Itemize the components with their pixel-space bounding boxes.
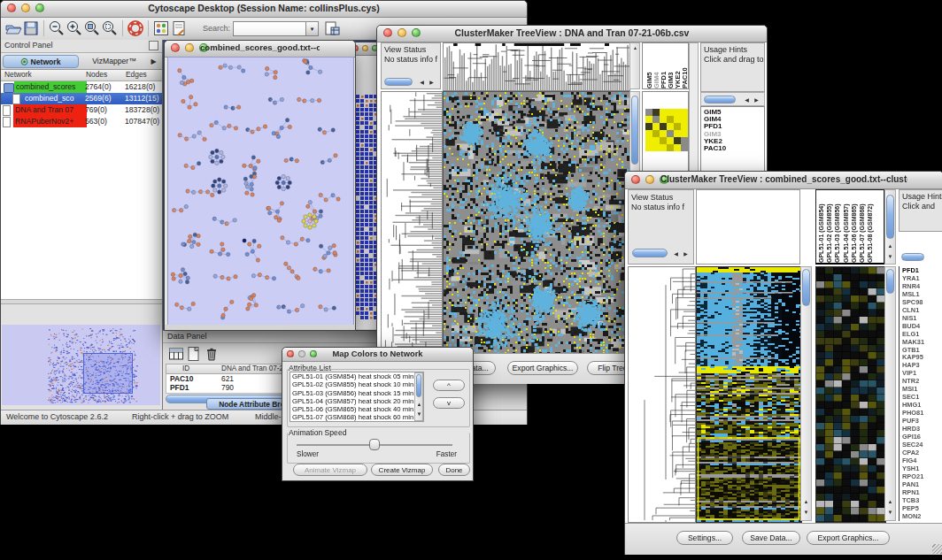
- dialog-titlebar[interactable]: Map Colors to Network: [282, 348, 473, 362]
- column-label-gpl51-07[interactable]: GPL51-07 (GSM868): [859, 190, 867, 263]
- resize-grip[interactable]: [932, 544, 942, 554]
- create-vizmap-button[interactable]: Create Vizmap: [371, 464, 433, 476]
- create-attribute-icon[interactable]: [185, 345, 203, 363]
- zoom-selected-icon[interactable]: [83, 19, 101, 37]
- treeview2-vscrollbar[interactable]: ▲ ▼: [800, 266, 812, 521]
- close-button[interactable]: [383, 28, 392, 37]
- column-label-gpl51-04[interactable]: GPL51-04 (GSM857): [843, 190, 851, 263]
- search-input[interactable]: [233, 21, 307, 36]
- column-label-pac10[interactable]: PAC10: [681, 43, 688, 88]
- tab-network[interactable]: ⦿ Network: [3, 55, 79, 68]
- panel-splitter[interactable]: [1, 299, 162, 304]
- column-label-gim3[interactable]: GIM3: [667, 43, 674, 88]
- tab-overflow-arrow[interactable]: ▶: [147, 55, 160, 68]
- settings-button[interactable]: Settings...: [676, 531, 733, 545]
- network-list-row[interactable]: combined_scores2764(0)16218(0): [1, 81, 162, 93]
- treeview2-right-vscrollbar[interactable]: ▲ ▼: [884, 266, 896, 521]
- scrollbar-thumb[interactable]: [802, 269, 810, 306]
- close-button[interactable]: [7, 4, 16, 12]
- column-label-gpl51-01[interactable]: GPL51-01 (GSM854): [818, 190, 826, 263]
- scrollbar-thumb[interactable]: [886, 195, 894, 239]
- network-view-canvas[interactable]: [167, 57, 354, 326]
- close-button[interactable]: [631, 175, 640, 184]
- treeview2-top-dendrogram-area[interactable]: [696, 189, 800, 265]
- cluster-similarity-matrix[interactable]: [645, 109, 688, 151]
- export-graphics-button[interactable]: Export Graphics...: [507, 361, 578, 375]
- scroll-left-icon[interactable]: ◀: [671, 251, 681, 257]
- minimize-button[interactable]: [362, 45, 368, 51]
- view-status-hscrollbar[interactable]: [632, 249, 668, 257]
- scroll-up-icon[interactable]: ▲: [885, 499, 895, 504]
- column-label-gim5[interactable]: GIM5: [645, 43, 652, 88]
- attribute-list-item[interactable]: GPL51-04 (GSM857) heat shock 20 min: [290, 397, 423, 405]
- scroll-right-icon[interactable]: ▶: [427, 80, 436, 85]
- animation-slider-thumb[interactable]: [369, 439, 380, 450]
- done-button[interactable]: Done: [438, 464, 470, 476]
- save-icon[interactable]: [22, 19, 40, 37]
- open-icon[interactable]: [4, 19, 22, 37]
- zoom-out-icon[interactable]: [48, 19, 66, 37]
- main-window-titlebar[interactable]: Cytoscape Desktop (Session Name: collins…: [1, 1, 527, 18]
- treeview2-selected-heatmap-canvas[interactable]: [815, 266, 886, 523]
- scroll-up-icon[interactable]: ▲: [801, 499, 811, 504]
- treeview2-hints-hscrollbar[interactable]: [901, 253, 924, 261]
- column-label-gpl51-03[interactable]: GPL51-03 (GSM856): [834, 190, 842, 263]
- tab-vizmapper[interactable]: VizMapper™: [82, 55, 146, 68]
- export-graphics-button[interactable]: Export Graphics...: [807, 531, 890, 545]
- column-label-yke2[interactable]: YKE2: [674, 43, 681, 88]
- minimize-button[interactable]: [298, 350, 305, 357]
- row-label-pac10[interactable]: PAC10: [704, 145, 764, 152]
- minimize-button[interactable]: [185, 43, 194, 52]
- plugin-manager-icon[interactable]: [152, 19, 170, 37]
- delete-attribute-icon[interactable]: [203, 345, 220, 363]
- hscrollbar-thumb[interactable]: [704, 96, 736, 104]
- column-label-gim4[interactable]: GIM4: [652, 43, 660, 88]
- scrollbar-thumb[interactable]: [886, 269, 894, 294]
- scrollbar-thumb[interactable]: [631, 96, 638, 165]
- network-list-row[interactable]: RNAPuberNov2+563(0)107847(0): [1, 116, 162, 127]
- minimize-button[interactable]: [21, 4, 30, 12]
- zoom-fit-icon[interactable]: [101, 19, 119, 37]
- treeview2-left-dendrogram[interactable]: [628, 266, 696, 523]
- zoom-in-icon[interactable]: [66, 19, 83, 37]
- select-attributes-icon[interactable]: [167, 345, 185, 363]
- scroll-down-icon[interactable]: ▼: [414, 411, 424, 417]
- network-view-titlebar[interactable]: combined_scores_good.txt--cluste...: [165, 41, 355, 58]
- import-table-icon[interactable]: [323, 19, 341, 37]
- attribute-list-item[interactable]: GPL51-06 (GSM865) heat shock 40 min: [290, 405, 423, 413]
- treeview2-heatmap-canvas[interactable]: [696, 266, 802, 523]
- treeview1-top-scroll-strip[interactable]: ▴: [629, 42, 640, 89]
- annotation-icon[interactable]: [170, 19, 188, 37]
- treeview2-top-vscrollbar[interactable]: ▲ ▼: [884, 189, 896, 265]
- treeview1-left-dendrogram[interactable]: [381, 91, 443, 355]
- save-data-button[interactable]: Save Data...: [742, 531, 800, 545]
- scroll-up-icon[interactable]: ▲: [414, 402, 424, 407]
- scroll-left-icon[interactable]: ◀: [742, 97, 752, 103]
- column-label-pfd1[interactable]: PFD1: [660, 43, 667, 88]
- attribute-list-item[interactable]: GPL51-01 (GSM854) heat shock 05 min: [290, 372, 423, 380]
- column-label-gpl51-08[interactable]: GPL51-08 (GSM872): [867, 190, 875, 263]
- gene-label-mon2[interactable]: MON2: [902, 513, 942, 521]
- search-dropdown-arrow[interactable]: ▾: [305, 21, 319, 36]
- scroll-down-icon[interactable]: ▼: [885, 510, 895, 515]
- close-button[interactable]: [287, 350, 294, 357]
- network-overview-canvas[interactable]: [2, 325, 160, 405]
- move-down-button[interactable]: v: [433, 397, 465, 409]
- attribute-list-item[interactable]: GPL51-07 (GSM868) heat shock 60 min: [290, 413, 423, 421]
- column-label-gpl51-02[interactable]: GPL51-02 (GSM855): [826, 190, 834, 263]
- column-label-gpl51-06[interactable]: GPL51-06 (GSM865): [851, 190, 859, 263]
- treeview1-top-dendrogram[interactable]: [443, 42, 630, 91]
- float-panel-icon[interactable]: [149, 41, 158, 50]
- attribute-list[interactable]: GPL51-01 (GSM854) heat shock 05 minGPL51…: [290, 372, 424, 422]
- disabled-animate-vizmap-button[interactable]: Animate Vizmap: [293, 464, 367, 476]
- scrollbar-thumb[interactable]: [416, 374, 421, 397]
- zoom-button[interactable]: [310, 350, 317, 357]
- close-button[interactable]: [171, 43, 180, 52]
- scroll-down-icon[interactable]: ▼: [885, 254, 895, 259]
- attribute-list-vscrollbar[interactable]: ▲ ▼: [414, 372, 423, 421]
- scroll-right-icon[interactable]: ▶: [752, 97, 761, 103]
- minimize-button[interactable]: [398, 28, 406, 37]
- network-list-row[interactable]: combined_sco2569(6)13112(15): [1, 93, 162, 104]
- view-status-hscrollbar[interactable]: [384, 78, 413, 86]
- attribute-list-item[interactable]: GPL51-03 (GSM856) heat shock 15 min: [290, 389, 423, 397]
